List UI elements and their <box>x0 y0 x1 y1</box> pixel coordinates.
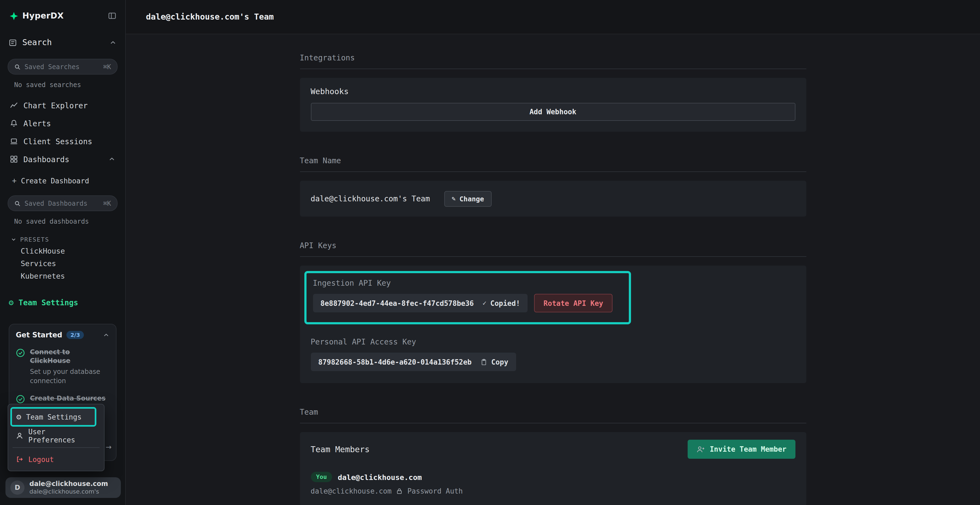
saved-searches-input[interactable]: Saved Searches ⌘K <box>8 59 118 75</box>
team-panel: Team Members Invite Team Member You dale… <box>300 432 806 505</box>
section-divider <box>300 423 806 423</box>
presets-toggle[interactable]: PRESETS <box>11 234 125 245</box>
get-started-item[interactable]: Connect to ClickHouse Set up your databa… <box>16 348 110 385</box>
copied-label: Copied! <box>490 299 520 307</box>
change-button-label: Change <box>460 195 484 203</box>
saved-dashboards-placeholder: Saved Dashboards <box>24 199 88 207</box>
hyperdx-app: HyperDX Search Saved Searches ⌘K No save… <box>0 0 980 505</box>
invite-team-member-button[interactable]: Invite Team Member <box>687 440 795 459</box>
ingestion-api-key-value: 8e887902-4ed7-44ea-8fec-f47cd578be36 <box>320 299 474 307</box>
add-webhook-button[interactable]: Add Webhook <box>310 103 795 121</box>
annotation-box-team-settings: ⚙ Team Settings <box>10 407 96 427</box>
sidebar-collapse-icon[interactable] <box>108 11 116 20</box>
clipboard-icon <box>480 358 488 365</box>
team-member-details: dale@clickhouse.com Password Auth <box>300 487 806 495</box>
personal-api-key-value: 87982668-58b1-4d6e-a620-014a136f52eb <box>318 358 472 366</box>
sidebar-item-alerts[interactable]: Alerts <box>3 114 122 132</box>
change-team-name-button[interactable]: ✎ Change <box>444 191 492 206</box>
section-title-api-keys: API Keys <box>300 241 806 250</box>
user-chip-text: dale@clickhouse.com dale@clickhouse.com'… <box>29 480 108 495</box>
sidebar-section-search[interactable]: Search <box>0 35 125 50</box>
annotation-box-ingestion-api-key: Ingestion API Key 8e887902-4ed7-44ea-8fe… <box>304 271 631 324</box>
gear-icon: ⚙ <box>9 299 14 306</box>
ingestion-api-key-label: Ingestion API Key <box>313 279 622 287</box>
team-name-value: dale@clickhouse.com's Team <box>310 194 430 203</box>
member-name: dale@clickhouse.com <box>338 473 422 481</box>
team-members-title: Team Members <box>310 444 370 454</box>
search-section-icon <box>9 38 17 46</box>
no-saved-searches-text: No saved searches <box>14 81 125 89</box>
laptop-icon <box>10 137 18 145</box>
section-divider <box>300 172 806 172</box>
section-divider <box>300 256 806 257</box>
saved-dashboards-input[interactable]: Saved Dashboards ⌘K <box>8 195 118 211</box>
chevron-up-icon <box>110 39 116 46</box>
bell-icon <box>10 119 18 127</box>
team-members-header: Team Members Invite Team Member <box>300 432 806 459</box>
menu-divider <box>13 447 100 448</box>
get-started-item-title: Connect to ClickHouse <box>30 348 110 365</box>
chevron-down-icon <box>11 237 16 242</box>
saved-searches-placeholder: Saved Searches <box>24 63 80 70</box>
sidebar-item-chart-explorer[interactable]: Chart Explorer <box>3 96 122 114</box>
copy-action[interactable]: Copy <box>480 358 509 366</box>
user-account-chip[interactable]: D dale@clickhouse.com dale@clickhouse.co… <box>5 477 121 498</box>
get-started-header[interactable]: Get Started 2/3 <box>16 331 110 339</box>
preset-item-kubernetes[interactable]: Kubernetes <box>0 270 125 283</box>
pencil-icon: ✎ <box>452 195 455 202</box>
user-icon <box>16 432 24 440</box>
nav-label: Dashboards <box>24 155 69 164</box>
brand-row: HyperDX <box>0 0 125 21</box>
search-section-label: Search <box>22 38 52 48</box>
sidebar-nav: Chart Explorer Alerts Client Sessions Da… <box>0 96 125 168</box>
team-member-row: You dale@clickhouse.com <box>300 472 806 482</box>
logout-icon <box>16 456 24 463</box>
ingestion-api-key-chip[interactable]: 8e887902-4ed7-44ea-8fec-f47cd578be36 ✓ C… <box>313 294 528 312</box>
user-chip-name: dale@clickhouse.com <box>29 480 108 488</box>
brand-name: HyperDX <box>22 11 64 21</box>
section-title-team-name: Team Name <box>300 156 806 165</box>
personal-api-key-chip[interactable]: 87982668-58b1-4d6e-a620-014a136f52eb Cop… <box>310 353 516 371</box>
check-circle-icon <box>16 348 25 357</box>
presets-label: PRESETS <box>20 236 49 243</box>
copied-indicator: ✓ Copied! <box>483 299 520 307</box>
member-auth-method: Password Auth <box>407 487 463 495</box>
lock-icon <box>396 488 403 495</box>
chart-icon <box>10 101 18 110</box>
sidebar-item-team-settings[interactable]: ⚙ Team Settings <box>0 294 125 311</box>
sidebar-item-client-sessions[interactable]: Client Sessions <box>3 132 122 150</box>
get-started-title: Get Started <box>16 331 62 339</box>
preset-item-services[interactable]: Services <box>0 257 125 270</box>
ingestion-api-key-row: 8e887902-4ed7-44ea-8fec-f47cd578be36 ✓ C… <box>313 294 622 312</box>
preset-item-clickhouse[interactable]: ClickHouse <box>0 245 125 257</box>
member-email: dale@clickhouse.com <box>310 487 391 495</box>
plus-icon: + <box>12 176 17 185</box>
team-name-panel: dale@clickhouse.com's Team ✎ Change <box>300 181 806 217</box>
menu-item-logout[interactable]: Logout <box>11 451 101 467</box>
personal-api-key-row: 87982668-58b1-4d6e-a620-014a136f52eb Cop… <box>310 353 795 371</box>
nav-label: Alerts <box>24 119 51 128</box>
sidebar-item-dashboards[interactable]: Dashboards <box>3 150 122 168</box>
copy-label: Copy <box>492 358 509 366</box>
menu-item-team-settings[interactable]: ⚙ Team Settings <box>12 409 95 425</box>
webhooks-title: Webhooks <box>310 87 795 96</box>
menu-item-label: Logout <box>28 455 54 464</box>
create-dashboard-label: Create Dashboard <box>21 176 89 185</box>
page-header: dale@clickhouse.com's Team <box>126 0 980 34</box>
nav-label: Chart Explorer <box>24 101 88 110</box>
menu-item-user-preferences[interactable]: User Preferences <box>11 428 101 444</box>
webhooks-panel: Webhooks Add Webhook <box>300 78 806 132</box>
create-dashboard-button[interactable]: + Create Dashboard <box>0 173 125 189</box>
sidebar: HyperDX Search Saved Searches ⌘K No save… <box>0 0 126 505</box>
nav-label: Client Sessions <box>24 137 92 146</box>
chevron-up-icon <box>103 332 110 338</box>
page-title: dale@clickhouse.com's Team <box>146 12 274 22</box>
gear-icon: ⚙ <box>16 413 21 421</box>
main-area: dale@clickhouse.com's Team Integrations … <box>126 0 980 505</box>
section-divider <box>300 68 806 69</box>
settings-content: Integrations Webhooks Add Webhook Team N… <box>300 34 806 505</box>
check-icon: ✓ <box>483 299 487 307</box>
rotate-api-key-button[interactable]: Rotate API Key <box>535 294 612 312</box>
section-title-integrations: Integrations <box>300 53 806 62</box>
hyperdx-logo-icon <box>10 12 18 20</box>
